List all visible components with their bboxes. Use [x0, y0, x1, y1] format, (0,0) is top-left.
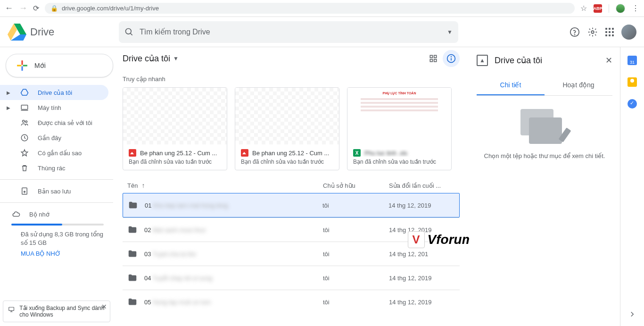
- table-row[interactable]: 04Tuyết chay bit ul sung tôi 14 thg 12, …: [123, 266, 460, 290]
- sidebar-item-label: Gần đây: [38, 134, 99, 142]
- empty-message: Chọn một tệp hoặc thư mục để xem chi tiế…: [481, 152, 608, 159]
- address-bar[interactable]: 🔒 drive.google.com/drive/u/1/my-drive: [45, 3, 575, 14]
- calendar-icon[interactable]: 31: [627, 56, 637, 65]
- main-content: Drive của tôi ▼ Truy cập nhanh Be phan u…: [113, 47, 469, 326]
- card-title: Phu luc tinh .xls: [364, 150, 407, 157]
- svg-point-7: [23, 120, 25, 123]
- chevron-down-icon[interactable]: ▼: [173, 55, 179, 62]
- shared-icon: [20, 118, 29, 127]
- sidebar-item-computers[interactable]: ▶ Máy tính: [0, 100, 108, 115]
- profile-icon[interactable]: [616, 4, 625, 13]
- app-name: Drive: [30, 26, 54, 38]
- search-options-icon[interactable]: ▼: [447, 29, 453, 35]
- keep-icon[interactable]: [627, 77, 637, 87]
- svg-rect-11: [9, 307, 14, 310]
- folder-icon: [127, 297, 138, 307]
- mydrive-icon: [20, 88, 29, 97]
- svg-rect-5: [21, 105, 28, 109]
- tab-details[interactable]: Chi tiết: [477, 75, 545, 95]
- breadcrumb-title[interactable]: Drive của tôi: [123, 53, 170, 64]
- reload-button[interactable]: ⟳: [33, 4, 39, 13]
- forward-button[interactable]: →: [19, 3, 27, 13]
- account-avatar[interactable]: [621, 25, 636, 40]
- backup-sync-toast[interactable]: Tải xuống Backup and Sync dành cho Windo…: [3, 301, 110, 322]
- new-button-label: Mới: [34, 62, 46, 69]
- thumbnail: [123, 88, 227, 144]
- table-row[interactable]: 03Tuyet cha la the tôi 14 thg 12, 201: [123, 242, 460, 266]
- table-row[interactable]: 02Mat sanh muoi thuc tôi 14 thg 12, 2019: [123, 217, 460, 242]
- trash-icon: [20, 164, 29, 172]
- sidebar-item-backups[interactable]: Bản sao lưu: [0, 184, 108, 199]
- back-button[interactable]: ←: [5, 3, 13, 13]
- grid-view-icon[interactable]: [429, 54, 438, 63]
- folder-icon: [127, 225, 138, 235]
- file-owner: tôi: [323, 226, 389, 234]
- search-bar[interactable]: ▼: [119, 21, 458, 43]
- tasks-icon[interactable]: [627, 99, 637, 109]
- search-icon: [124, 27, 134, 37]
- svg-point-0: [126, 28, 132, 34]
- close-icon[interactable]: ✕: [101, 303, 107, 310]
- svg-rect-16: [430, 59, 432, 62]
- image-icon: [129, 149, 136, 157]
- apps-icon[interactable]: [605, 28, 614, 36]
- svg-point-3: [575, 34, 575, 35]
- thumbnail: [235, 88, 339, 144]
- backups-icon: [20, 187, 29, 195]
- url-path: /drive/u/1/my-drive: [108, 5, 159, 12]
- info-button[interactable]: [443, 50, 460, 67]
- divider: [0, 179, 113, 180]
- sort-arrow-icon[interactable]: ↑: [141, 182, 145, 189]
- sidebar-item-storage[interactable]: Bộ nhớ: [0, 207, 108, 222]
- new-button[interactable]: Mới: [6, 54, 113, 77]
- toast-text: Tải xuống Backup and Sync dành cho Windo…: [19, 305, 105, 318]
- sidebar-item-shared[interactable]: Được chia sẻ với tôi: [0, 115, 108, 130]
- quick-card[interactable]: PHỤ LỤC TÍNH TOÁN XPhu luc tinh .xls Bạn…: [347, 87, 452, 170]
- sidebar-item-label: Máy tính: [38, 104, 99, 111]
- sidebar-item-starred[interactable]: Có gắn dấu sao: [0, 145, 108, 160]
- col-modified-label[interactable]: Sửa đổi lần cuối ...: [389, 182, 455, 189]
- chevron-right-icon: ▶: [7, 90, 11, 95]
- logo-area[interactable]: Drive: [8, 24, 119, 41]
- quick-access-label: Truy cập nhanh: [123, 75, 460, 83]
- sidebar-item-recent[interactable]: Gần đây: [0, 130, 108, 145]
- sidebar-item-label: Bản sao lưu: [38, 188, 99, 195]
- search-input[interactable]: [140, 28, 441, 36]
- col-owner-label[interactable]: Chủ sở hữu: [323, 182, 389, 189]
- storage-section: Đã sử dụng 8,3 GB trong tổng số 15 GB MU…: [0, 222, 113, 259]
- table-row[interactable]: 01Khu kep tarn mal hong leng tôi 14 thg …: [123, 193, 460, 217]
- buy-storage-link[interactable]: MUA BỘ NHỚ: [21, 250, 61, 257]
- browser-menu-icon[interactable]: ⋮: [632, 4, 639, 13]
- folder-icon: [127, 273, 138, 283]
- cloud-icon: [11, 210, 21, 218]
- tab-activity[interactable]: Hoạt động: [545, 75, 612, 95]
- details-title: Drive của tôi: [495, 55, 599, 66]
- settings-icon[interactable]: [587, 27, 598, 37]
- card-subtitle: Bạn đã chỉnh sửa vào tuần trước: [353, 159, 446, 165]
- sidebar-item-label: Có gắn dấu sao: [38, 150, 99, 157]
- quick-card[interactable]: Be phan ung 25.12 - Cum ... Bạn đã chỉnh…: [123, 87, 227, 170]
- sidebar-item-mydrive[interactable]: ▶ Drive của tôi: [0, 85, 108, 100]
- svg-point-20: [451, 57, 452, 57]
- close-icon[interactable]: ✕: [605, 55, 612, 66]
- file-owner: tôi: [323, 251, 389, 258]
- svg-rect-14: [430, 55, 432, 58]
- app-header: Drive ▼: [0, 17, 644, 47]
- table-row[interactable]: 05Hong lap mutt un lom tôi 14 thg 12, 20…: [123, 290, 460, 314]
- folder-icon: [127, 249, 138, 259]
- drive-logo-icon: [8, 24, 26, 41]
- quick-card[interactable]: Be phan ung 25.12 - Cum ... Bạn đã chỉnh…: [235, 87, 339, 170]
- expand-icon[interactable]: [628, 310, 636, 318]
- col-name-label[interactable]: Tên: [127, 182, 138, 189]
- bookmark-icon[interactable]: ☆: [580, 4, 587, 13]
- file-list: 01Khu kep tarn mal hong leng tôi 14 thg …: [123, 193, 460, 314]
- sidebar-item-trash[interactable]: Thùng rác: [0, 160, 108, 176]
- folder-icon: [128, 200, 138, 210]
- file-name: 02Mat sanh muoi thuc: [144, 226, 323, 234]
- lock-icon: 🔒: [50, 5, 58, 12]
- help-icon[interactable]: [570, 27, 580, 37]
- divider: [609, 4, 609, 13]
- file-owner: tôi: [322, 202, 388, 209]
- header-actions: [570, 25, 636, 40]
- abp-extension-icon[interactable]: ABP: [594, 4, 602, 13]
